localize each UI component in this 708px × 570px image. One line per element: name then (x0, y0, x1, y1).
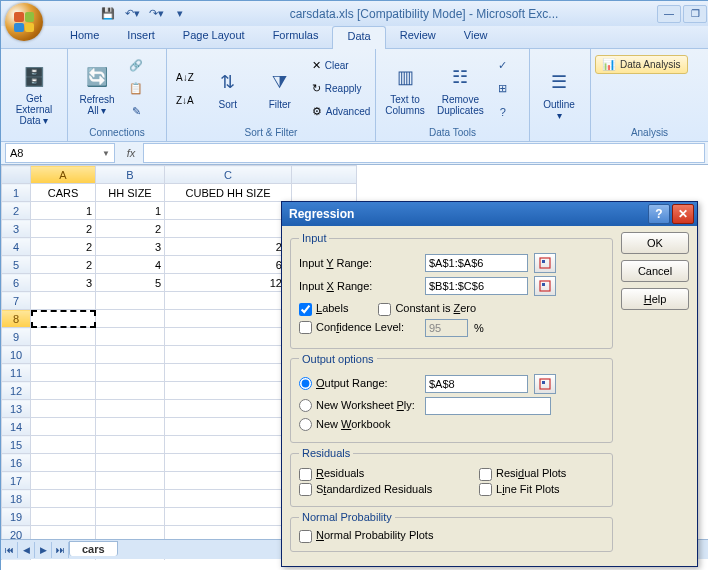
residual-plots-checkbox[interactable]: Residual Plots (479, 467, 566, 481)
cell[interactable] (31, 382, 96, 400)
cell[interactable] (96, 310, 165, 328)
cell[interactable] (31, 328, 96, 346)
sheet-tab[interactable]: cars (69, 541, 118, 556)
ok-button[interactable]: OK (621, 232, 689, 254)
cell[interactable]: 3 (31, 274, 96, 292)
row-header[interactable]: 18 (2, 490, 31, 508)
cell[interactable] (165, 490, 292, 508)
cell[interactable] (31, 400, 96, 418)
refresh-all-button[interactable]: 🔄Refresh All ▾ (72, 54, 122, 124)
name-box[interactable]: A8▼ (5, 143, 115, 163)
ribbon-tab-data[interactable]: Data (332, 26, 385, 49)
row-header[interactable]: 15 (2, 436, 31, 454)
column-header[interactable]: A (31, 166, 96, 184)
cell[interactable] (165, 328, 292, 346)
labels-checkbox[interactable]: Labels (299, 302, 348, 316)
x-range-ref-button[interactable] (534, 276, 556, 296)
cell[interactable]: 27 (165, 238, 292, 256)
row-header[interactable]: 9 (2, 328, 31, 346)
cell[interactable] (165, 292, 292, 310)
advanced-button[interactable]: ⚙Advanced (307, 101, 375, 123)
row-header[interactable]: 3 (2, 220, 31, 238)
cell[interactable] (96, 364, 165, 382)
cell[interactable] (96, 400, 165, 418)
row-header[interactable]: 7 (2, 292, 31, 310)
what-if-button[interactable]: ? (491, 101, 515, 123)
outline-button[interactable]: ☰Outline ▾ (534, 59, 584, 129)
sheet-nav-last[interactable]: ⏭ (52, 542, 69, 558)
new-worksheet-field[interactable] (425, 397, 551, 415)
dialog-help-icon[interactable]: ? (648, 204, 670, 224)
cell[interactable]: 4 (96, 256, 165, 274)
row-header[interactable]: 1 (2, 184, 31, 202)
get-external-data-button[interactable]: 🗄️Get External Data ▾ (5, 59, 63, 129)
cell[interactable] (96, 454, 165, 472)
text-to-columns-button[interactable]: ▥Text to Columns (380, 54, 430, 124)
cell[interactable]: 5 (96, 274, 165, 292)
cell[interactable] (165, 436, 292, 454)
cell[interactable]: 1 (96, 202, 165, 220)
row-header[interactable]: 17 (2, 472, 31, 490)
sheet-nav-first[interactable]: ⏮ (1, 542, 18, 558)
cell[interactable]: 2 (96, 220, 165, 238)
select-all-cell[interactable] (2, 166, 31, 184)
cell[interactable] (96, 472, 165, 490)
cell[interactable]: CARS (31, 184, 96, 202)
cell[interactable]: 1 (165, 202, 292, 220)
cell[interactable] (165, 472, 292, 490)
standardized-residuals-checkbox[interactable]: Standardized Residuals (299, 483, 449, 497)
cell[interactable] (292, 184, 357, 202)
cell[interactable]: 1 (31, 202, 96, 220)
row-header[interactable]: 12 (2, 382, 31, 400)
dialog-title-bar[interactable]: Regression ? ✕ (282, 202, 697, 226)
output-range-radio[interactable]: Output Range: (299, 377, 419, 391)
cell[interactable] (96, 346, 165, 364)
sort-desc-button[interactable]: Z↓A (171, 89, 199, 111)
cell[interactable] (165, 454, 292, 472)
cell[interactable]: 64 (165, 256, 292, 274)
cell[interactable] (31, 508, 96, 526)
cell[interactable] (96, 328, 165, 346)
cell[interactable]: 8 (165, 220, 292, 238)
cell[interactable] (31, 454, 96, 472)
cell[interactable] (96, 508, 165, 526)
help-button[interactable]: Help (621, 288, 689, 310)
remove-duplicates-button[interactable]: ☷Remove Duplicates (432, 54, 489, 124)
row-header[interactable]: 2 (2, 202, 31, 220)
sort-asc-button[interactable]: A↓Z (171, 66, 199, 88)
column-header[interactable]: C (165, 166, 292, 184)
cell[interactable] (31, 292, 96, 310)
output-range-ref-button[interactable] (534, 374, 556, 394)
ribbon-tab-formulas[interactable]: Formulas (259, 26, 333, 48)
cell[interactable] (31, 436, 96, 454)
row-header[interactable]: 10 (2, 346, 31, 364)
reapply-button[interactable]: ↻Reapply (307, 78, 375, 100)
row-header[interactable]: 13 (2, 400, 31, 418)
fx-icon[interactable]: fx (119, 147, 143, 159)
row-header[interactable]: 16 (2, 454, 31, 472)
row-header[interactable]: 14 (2, 418, 31, 436)
undo-icon[interactable]: ↶▾ (121, 3, 143, 25)
cell[interactable]: HH SIZE (96, 184, 165, 202)
output-range-field[interactable] (425, 375, 528, 393)
row-header[interactable]: 11 (2, 364, 31, 382)
redo-icon[interactable]: ↷▾ (145, 3, 167, 25)
office-button[interactable] (5, 3, 43, 41)
row-header[interactable]: 6 (2, 274, 31, 292)
cell[interactable] (31, 310, 96, 328)
cell[interactable] (96, 490, 165, 508)
formula-input[interactable] (143, 143, 705, 163)
data-analysis-button[interactable]: 📊 Data Analysis (595, 55, 688, 74)
line-fit-plots-checkbox[interactable]: Line Fit Plots (479, 483, 560, 497)
edit-links-button[interactable]: ✎ (124, 101, 148, 123)
properties-button[interactable]: 📋 (124, 78, 148, 100)
cell[interactable]: CUBED HH SIZE (165, 184, 292, 202)
data-validation-button[interactable]: ✓ (491, 55, 515, 77)
minimize-button[interactable]: — (657, 5, 681, 23)
cell[interactable] (165, 382, 292, 400)
cell[interactable] (96, 436, 165, 454)
ribbon-tab-page-layout[interactable]: Page Layout (169, 26, 259, 48)
row-header[interactable]: 4 (2, 238, 31, 256)
residuals-checkbox[interactable]: Residuals (299, 467, 449, 481)
cell[interactable] (31, 418, 96, 436)
